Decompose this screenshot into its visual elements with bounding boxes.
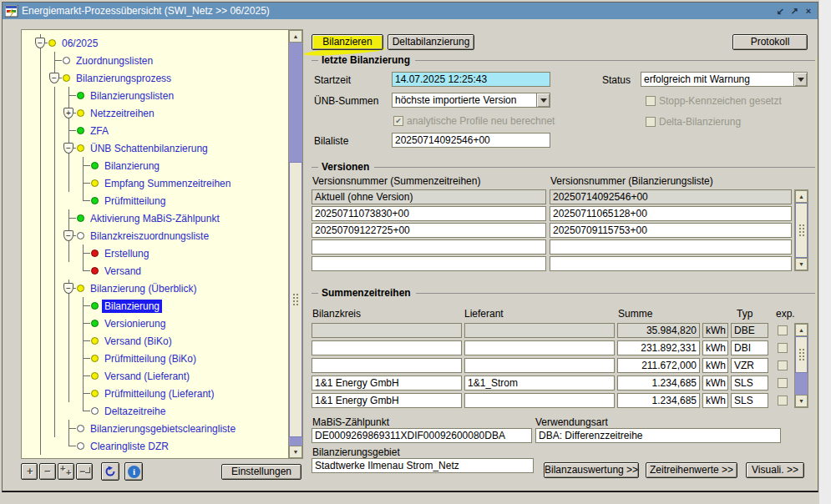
tree-item-erstellung[interactable]: Erstellung <box>33 244 288 262</box>
tree-item-bilanzkreiszuordnungsliste[interactable]: −Bilanzkreiszuordnungsliste <box>33 227 288 244</box>
summen-einheit-cell[interactable]: kWh <box>702 393 728 408</box>
analytische-profile-checkbox[interactable]: ✔ analytische Profile neu berechnet <box>393 115 555 127</box>
startzeit-field[interactable]: 14.07.2025 12:25:43 <box>392 72 550 87</box>
summen-lieferant-cell[interactable] <box>464 340 615 355</box>
tree-item-label[interactable]: Netzzeitreihen <box>88 107 157 120</box>
tree-item-label[interactable]: ÜNB Schattenbilanzierung <box>88 142 210 155</box>
chevron-down-icon[interactable] <box>793 73 807 86</box>
tree-item-label[interactable]: Prüfmitteilung <box>102 194 168 208</box>
uenb-summen-dropdown[interactable]: höchste importierte Version <box>392 93 550 108</box>
tree-collapse-all-button[interactable]: − <box>76 463 93 480</box>
summen-summe-cell[interactable]: 35.984,820 <box>617 323 700 338</box>
zeitreihenwerte-button[interactable]: Zeitreihenwerte >> <box>646 462 737 478</box>
scroll-thumb[interactable] <box>795 336 808 373</box>
tree-scrollbar[interactable]: ▲ ▼ <box>288 30 302 458</box>
tree-expand-all-button[interactable]: + + <box>58 463 74 480</box>
collapse-minus-icon[interactable]: − <box>35 38 45 48</box>
summen-exp-checkbox[interactable] <box>778 378 788 388</box>
scroll-up-icon[interactable]: ▲ <box>795 324 808 336</box>
tree-item-label[interactable]: Bilanzierungsprozess <box>73 72 174 85</box>
tree-item-zfa[interactable]: ZFA <box>33 122 288 139</box>
tree-item-label[interactable]: ZFA <box>88 124 111 138</box>
info-button[interactable]: i <box>124 462 143 481</box>
summen-typ-cell[interactable]: DBI <box>731 340 768 355</box>
versionen-bilanzierungsliste-cell[interactable] <box>550 256 792 271</box>
bilanzieren-button[interactable]: Bilanzieren <box>312 34 383 50</box>
summen-exp-checkbox[interactable] <box>778 396 788 406</box>
versionen-scrollbar[interactable]: ▲ ▼ <box>794 189 808 271</box>
scroll-up-icon[interactable]: ▲ <box>289 30 302 43</box>
scroll-up-icon[interactable]: ▲ <box>795 190 808 203</box>
summen-typ-cell[interactable]: VZR <box>731 358 768 373</box>
tree-item-versand[interactable]: Versand <box>33 262 288 280</box>
chevron-down-icon[interactable] <box>536 93 550 107</box>
tree-item-label[interactable]: 06/2025 <box>59 37 100 50</box>
tree-item-pr-fmitteilung[interactable]: Prüfmitteilung <box>33 192 288 209</box>
expand-plus-icon[interactable]: + <box>63 108 73 118</box>
tree-item-versand-biko[interactable]: Versand (BiKo) <box>33 332 288 350</box>
tree-item-bilanzierung[interactable]: Bilanzierung <box>33 297 288 315</box>
scroll-down-icon[interactable]: ▼ <box>289 446 302 458</box>
tree-item-bilanzierung[interactable]: Bilanzierung <box>33 157 288 174</box>
checkbox-checked-icon[interactable]: ✔ <box>393 116 403 126</box>
tree-item-label[interactable]: Versand <box>102 265 144 278</box>
bilaliste-field[interactable]: 20250714092546+00 <box>392 133 550 148</box>
tree-item-label[interactable]: Prüfmitteilung (BiKo) <box>102 352 199 365</box>
versionen-summenzeitreihen-cell[interactable] <box>312 239 546 255</box>
delta-bilanzierung-checkbox[interactable]: Delta-Bilanzierung <box>646 116 741 128</box>
tree-item-label[interactable]: Aktivierung MaBiS-Zählpunkt <box>88 212 222 225</box>
tree-item-bilanzierung-berblick[interactable]: −Bilanzierung (Überblick) <box>33 280 288 297</box>
summen-einheit-cell[interactable]: kWh <box>702 375 728 391</box>
summen-summe-cell[interactable]: 231.892,331 <box>617 340 700 355</box>
scroll-thumb[interactable] <box>289 162 302 437</box>
summen-lieferant-cell[interactable] <box>464 393 615 408</box>
summen-scrollbar[interactable]: ▲ ▼ <box>794 323 808 408</box>
versionen-summenzeitreihen-cell[interactable]: 20250711073830+00 <box>312 206 546 221</box>
summen-einheit-cell[interactable]: kWh <box>702 323 728 338</box>
tree-item-label[interactable]: Bilanzierungslisten <box>88 89 176 103</box>
tree-item-aktivierung-mabis-z-hlpunkt[interactable]: Aktivierung MaBiS-Zählpunkt <box>33 209 288 227</box>
tree-item-clearingliste-dzr[interactable]: Clearingliste DZR <box>33 437 288 455</box>
tree-item-label[interactable]: Empfang Summenzeitreihen <box>102 177 233 190</box>
tree-item-label[interactable]: Erstellung <box>102 247 151 260</box>
close-icon[interactable]: × <box>803 5 814 17</box>
scroll-down-icon[interactable]: ▼ <box>795 395 808 407</box>
scroll-thumb[interactable] <box>795 203 808 258</box>
tree-item-label[interactable]: Versand (Lieferant) <box>102 370 192 383</box>
tree-item-netzzeitreihen[interactable]: +Netzzeitreihen <box>33 104 288 122</box>
deltabilanzierung-button[interactable]: Deltabilanzierung <box>388 34 474 50</box>
summen-bilanzkreis-cell[interactable] <box>312 323 462 338</box>
visualisierung-button[interactable]: Visuali. >> <box>746 462 804 478</box>
tree-item-nb-schattenbilanzierung[interactable]: −ÜNB Schattenbilanzierung <box>33 139 288 157</box>
tree-item-label[interactable]: Bilanzierungsgebietsclearingliste <box>88 422 238 436</box>
einstellungen-button[interactable]: Einstellungen <box>221 464 301 480</box>
collapse-minus-icon[interactable]: − <box>63 283 73 294</box>
minimize-icon[interactable]: ↙ <box>774 5 786 17</box>
tree-item-bilanzierungslisten[interactable]: Bilanzierungslisten <box>33 87 288 104</box>
summen-summe-cell[interactable]: 211.672,000 <box>617 358 700 373</box>
summen-bilanzkreis-cell[interactable]: 1&1 Energy GmbH <box>312 375 462 391</box>
mabis-field[interactable]: DE0009269869311XDIF00092600080DBA <box>312 428 532 443</box>
tree-collapse-button[interactable]: − <box>39 463 56 480</box>
tree-item-label[interactable]: Zuordnungslisten <box>73 54 155 68</box>
summen-typ-cell[interactable]: SLS <box>731 393 768 408</box>
summen-lieferant-cell[interactable]: 1&1_Strom <box>464 375 615 391</box>
summen-bilanzkreis-cell[interactable] <box>312 358 462 373</box>
summen-lieferant-cell[interactable] <box>464 323 615 338</box>
checkbox-unchecked-icon[interactable] <box>646 117 656 127</box>
tree-item-label[interactable]: Bilanzierung <box>102 300 162 313</box>
versionen-summenzeitreihen-cell[interactable]: Aktuell (ohne Version) <box>312 189 546 204</box>
tree-item-empfang-summenzeitreihen[interactable]: Empfang Summenzeitreihen <box>33 174 288 192</box>
summen-typ-cell[interactable]: DBE <box>731 323 768 338</box>
summen-exp-checkbox[interactable] <box>778 325 788 335</box>
summen-einheit-cell[interactable]: kWh <box>702 340 728 355</box>
summen-bilanzkreis-cell[interactable] <box>312 340 462 355</box>
restore-icon[interactable]: ↗ <box>788 5 800 17</box>
tree-item-deltazeitreihe[interactable]: Deltazeitreihe <box>33 402 288 420</box>
collapse-minus-icon[interactable]: − <box>49 73 59 83</box>
tree-item-bilanzierungsprozess[interactable]: −Bilanzierungsprozess <box>33 69 288 87</box>
tree-item-label[interactable]: Versionierung <box>102 317 168 330</box>
tree-item-pr-fmitteilung-lieferant[interactable]: Prüfmitteilung (Lieferant) <box>33 385 288 402</box>
tree-item-zuordnungslisten[interactable]: Zuordnungslisten <box>33 52 288 69</box>
scroll-down-icon[interactable]: ▼ <box>795 258 808 270</box>
